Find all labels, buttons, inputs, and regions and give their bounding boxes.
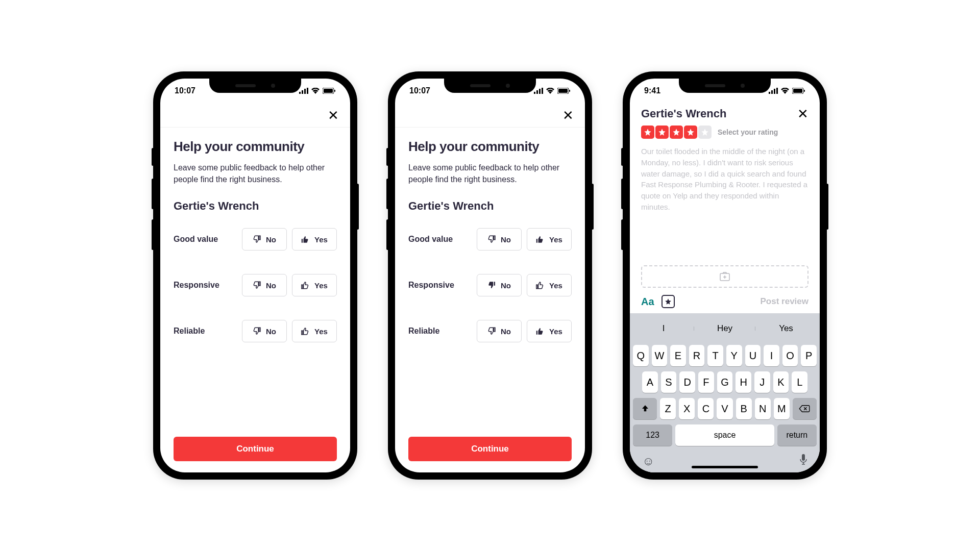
key-d[interactable]: D (679, 371, 695, 393)
svg-rect-7 (534, 92, 535, 94)
star-rating[interactable] (641, 126, 712, 139)
key-s[interactable]: S (661, 371, 677, 393)
key-m[interactable]: M (774, 398, 790, 419)
key-l[interactable]: L (792, 371, 807, 393)
close-icon[interactable]: ✕ (797, 107, 808, 120)
key-g[interactable]: G (717, 371, 733, 393)
svg-rect-22 (802, 454, 805, 461)
no-button[interactable]: No (242, 320, 287, 342)
star-icon[interactable] (670, 126, 683, 139)
numeric-key[interactable]: 123 (633, 424, 672, 446)
svg-rect-15 (771, 90, 773, 94)
key-q[interactable]: Q (633, 345, 649, 366)
no-button[interactable]: No (477, 274, 522, 296)
status-time: 10:07 (175, 86, 195, 95)
yes-button[interactable]: Yes (527, 274, 572, 296)
question-row-reliable: Reliable No Yes (408, 320, 572, 342)
suggestion[interactable]: I (633, 323, 694, 334)
key-k[interactable]: K (773, 371, 789, 393)
svg-rect-1 (302, 90, 303, 94)
space-key[interactable]: space (675, 424, 774, 446)
key-h[interactable]: H (736, 371, 751, 393)
emoji-key[interactable]: ☺ (642, 454, 655, 468)
yes-button[interactable]: Yes (527, 320, 572, 342)
key-b[interactable]: B (736, 398, 752, 419)
question-row-responsive: Responsive No Yes (174, 274, 337, 296)
suggestion[interactable]: Hey (694, 323, 755, 334)
no-button[interactable]: No (242, 274, 287, 296)
yes-button[interactable]: Yes (292, 320, 337, 342)
svg-rect-10 (542, 88, 543, 94)
no-button[interactable]: No (242, 228, 287, 251)
close-icon[interactable]: ✕ (328, 109, 339, 122)
text-format-button[interactable]: Aa (641, 296, 654, 308)
status-indicators (769, 88, 805, 94)
page-subtitle: Leave some public feedback to help other… (408, 162, 572, 185)
home-indicator[interactable] (692, 466, 758, 468)
thumbs-up-icon (301, 281, 310, 290)
key-z[interactable]: Z (660, 398, 676, 419)
svg-rect-20 (804, 90, 805, 92)
svg-rect-9 (539, 89, 541, 94)
svg-rect-19 (793, 89, 802, 93)
thumbs-down-icon (487, 281, 497, 290)
svg-rect-14 (769, 92, 770, 94)
wifi-icon (311, 88, 320, 94)
star-icon[interactable] (684, 126, 697, 139)
question-label: Reliable (174, 327, 205, 336)
rating-row: Select your rating (630, 126, 820, 144)
key-r[interactable]: R (689, 345, 705, 366)
key-e[interactable]: E (670, 345, 686, 366)
thumbs-down-icon (253, 327, 262, 336)
notch (209, 79, 301, 93)
key-p[interactable]: P (801, 345, 817, 366)
no-button[interactable]: No (477, 228, 522, 251)
thumbs-down-icon (253, 235, 262, 244)
mic-key[interactable] (799, 454, 807, 468)
key-f[interactable]: F (698, 371, 714, 393)
mic-icon (799, 454, 807, 465)
notch (679, 79, 771, 93)
compose-toolbar: Aa Post review (630, 295, 820, 313)
yes-button[interactable]: Yes (527, 228, 572, 251)
continue-button[interactable]: Continue (174, 437, 337, 461)
page-subtitle: Leave some public feedback to help other… (174, 162, 337, 185)
key-u[interactable]: U (745, 345, 761, 366)
key-x[interactable]: X (679, 398, 695, 419)
key-t[interactable]: T (707, 345, 723, 366)
review-textarea[interactable]: Our toilet flooded in the middle of the … (630, 144, 820, 263)
star-button[interactable] (662, 295, 675, 308)
key-a[interactable]: A (642, 371, 658, 393)
suggestion[interactable]: Yes (755, 323, 817, 334)
review-header: Gertie's Wrench ✕ (630, 103, 820, 126)
thumbs-down-icon (487, 235, 497, 244)
add-photo-button[interactable] (641, 265, 808, 288)
key-c[interactable]: C (698, 398, 714, 419)
key-w[interactable]: W (652, 345, 668, 366)
key-v[interactable]: V (717, 398, 732, 419)
battery-icon (323, 88, 336, 94)
yes-button[interactable]: Yes (292, 228, 337, 251)
shift-key[interactable] (633, 398, 657, 419)
key-y[interactable]: Y (726, 345, 742, 366)
key-o[interactable]: O (782, 345, 798, 366)
svg-rect-6 (334, 90, 335, 92)
no-button[interactable]: No (477, 320, 522, 342)
close-icon[interactable]: ✕ (562, 109, 574, 122)
key-n[interactable]: N (755, 398, 771, 419)
continue-button[interactable]: Continue (408, 437, 572, 461)
star-icon[interactable] (655, 126, 669, 139)
yes-button[interactable]: Yes (292, 274, 337, 296)
thumbs-up-icon (536, 281, 545, 290)
backspace-key[interactable] (793, 398, 817, 419)
key-i[interactable]: I (764, 345, 779, 366)
question-row-responsive: Responsive No Yes (408, 274, 572, 296)
thumbs-up-icon (536, 235, 545, 244)
star-icon[interactable] (641, 126, 654, 139)
svg-rect-0 (299, 92, 301, 94)
star-icon[interactable] (698, 126, 712, 139)
post-review-button[interactable]: Post review (761, 296, 809, 307)
key-j[interactable]: J (754, 371, 770, 393)
thumbs-up-icon (536, 327, 545, 336)
return-key[interactable]: return (777, 424, 817, 446)
